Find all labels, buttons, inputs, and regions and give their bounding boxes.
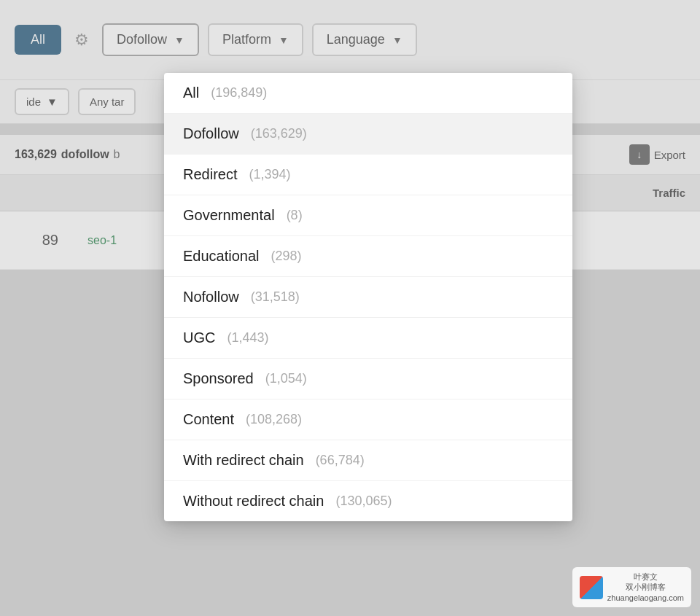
- dropdown-item-label: Nofollow: [183, 289, 239, 305]
- dropdown-item-count: (1,394): [249, 167, 290, 182]
- dropdown-item-label: All: [183, 85, 199, 101]
- dropdown-item-without-redirect-chain[interactable]: Without redirect chain (130,065): [164, 481, 572, 521]
- dropdown-item-count: (1,443): [227, 330, 268, 346]
- dropdown-item-sponsored[interactable]: Sponsored (1,054): [164, 359, 572, 399]
- dropdown-item-dofollow[interactable]: Dofollow (163,629): [164, 114, 572, 155]
- dropdown-item-count: (108,268): [246, 412, 302, 427]
- dropdown-item-governmental[interactable]: Governmental (8): [164, 195, 572, 236]
- dropdown-item-content[interactable]: Content (108,268): [164, 399, 572, 440]
- watermark-text: 叶赛文 双小刚博客 zhuangelaogang.com: [607, 572, 684, 603]
- dropdown-item-label: Dofollow: [183, 125, 239, 142]
- dropdown-item-label: Educational: [183, 248, 260, 265]
- dropdown-item-count: (1,054): [265, 371, 307, 386]
- dropdown-item-ugc[interactable]: UGC (1,443): [164, 318, 572, 359]
- dropdown-item-label: Sponsored: [183, 370, 254, 387]
- dropdown-item-count: (66,784): [316, 453, 365, 468]
- dropdown-item-with-redirect-chain[interactable]: With redirect chain (66,784): [164, 440, 572, 481]
- dropdown-item-label: Without redirect chain: [183, 493, 324, 510]
- dropdown-item-redirect[interactable]: Redirect (1,394): [164, 155, 572, 195]
- dropdown-item-count: (8): [287, 208, 303, 223]
- dropdown-item-label: Redirect: [183, 166, 237, 183]
- dropdown-item-count: (298): [271, 249, 302, 264]
- dropdown-item-count: (196,849): [211, 85, 267, 101]
- dropdown-item-count: (163,629): [251, 126, 307, 141]
- dropdown-item-label: Governmental: [183, 207, 275, 224]
- dropdown-item-educational[interactable]: Educational (298): [164, 236, 572, 277]
- dofollow-dropdown-menu: All (196,849)Dofollow (163,629)Redirect …: [164, 73, 572, 521]
- dropdown-item-count: (130,065): [335, 494, 392, 509]
- dropdown-item-label: UGC: [183, 330, 215, 346]
- dropdown-item-nofollow[interactable]: Nofollow (31,518): [164, 277, 572, 318]
- dropdown-item-all[interactable]: All (196,849): [164, 73, 572, 114]
- watermark: 叶赛文 双小刚博客 zhuangelaogang.com: [572, 567, 691, 607]
- dropdown-item-label: Content: [183, 411, 234, 428]
- dropdown-item-label: With redirect chain: [183, 452, 304, 469]
- watermark-logo: [580, 576, 603, 599]
- dropdown-item-count: (31,518): [251, 289, 300, 305]
